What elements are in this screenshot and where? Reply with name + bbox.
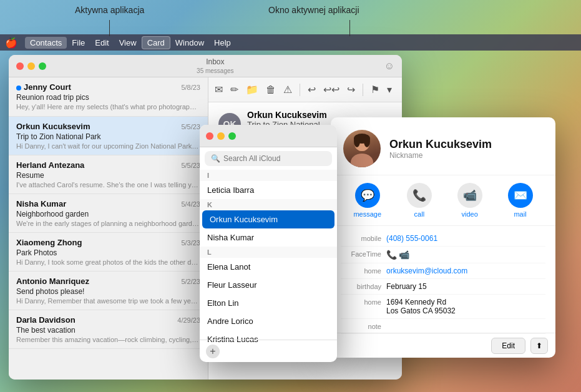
facetime-icons: 📞 📹 bbox=[386, 250, 545, 260]
mail-preview: I've attached Carol's resume. She's the … bbox=[16, 181, 200, 189]
menubar-help[interactable]: Help bbox=[209, 37, 236, 49]
smiley-icon[interactable]: ☺ bbox=[384, 61, 394, 72]
contact-item[interactable]: Leticia Ibarra bbox=[200, 181, 337, 199]
menubar-edit[interactable]: Edit bbox=[90, 37, 114, 49]
forward-icon[interactable]: ↪ bbox=[347, 84, 355, 96]
mail-sender: Herland Antezana bbox=[16, 160, 84, 170]
contact-nickname: Nickname bbox=[389, 151, 492, 160]
mail-item[interactable]: Orkun Kucuksevim 5/5/23 Trip to Zion Nat… bbox=[9, 117, 208, 155]
avatar-svg bbox=[343, 130, 381, 167]
mail-sender: Orkun Kucuksevim bbox=[16, 122, 90, 131]
menubar-card[interactable]: Card bbox=[142, 36, 170, 49]
contact-item[interactable]: Nisha Kumar bbox=[200, 228, 337, 247]
menubar-file[interactable]: File bbox=[67, 37, 90, 49]
toolbar-separator bbox=[300, 84, 300, 96]
svg-point-5 bbox=[364, 135, 370, 147]
mail-date: 5/5/23 bbox=[181, 162, 200, 169]
contacts-search-bar[interactable]: 🔍 bbox=[205, 151, 332, 166]
section-header-i: I bbox=[200, 170, 337, 181]
contacts-search-input[interactable] bbox=[223, 154, 326, 163]
field-address: home 1694 Kennedy RdLos Gatos CA 95032 bbox=[341, 295, 545, 319]
mail-preview: Hey, y'all! Here are my selects (that's … bbox=[16, 103, 200, 111]
menubar-contacts[interactable]: Contacts bbox=[25, 37, 67, 49]
contacts-minimize[interactable] bbox=[217, 132, 225, 140]
mail-date: 5/2/23 bbox=[181, 278, 200, 285]
contacts-maximize[interactable] bbox=[228, 132, 236, 140]
archive-icon[interactable]: 📁 bbox=[246, 84, 258, 96]
mail-sender: Darla Davidson bbox=[16, 315, 76, 325]
flag-icon[interactable]: ⚑ bbox=[371, 84, 379, 96]
call-icon: 📞 bbox=[407, 183, 432, 208]
menubar-view[interactable]: View bbox=[114, 37, 142, 49]
mail-subject: Resume bbox=[16, 171, 200, 180]
mail-item[interactable]: Darla Davidson 4/29/23 The best vacation… bbox=[9, 310, 208, 349]
compose-icon[interactable]: ✏ bbox=[230, 84, 238, 96]
field-value[interactable]: orkuksevim@icloud.com bbox=[386, 267, 545, 275]
contacts-traffic-lights bbox=[206, 132, 236, 140]
contact-item[interactable]: Fleur Lasseur bbox=[200, 276, 337, 294]
contact-actions: 💬 message 📞 call 📹 video ✉️ mail bbox=[331, 175, 555, 226]
mail-sender: Jenny Court bbox=[16, 82, 71, 92]
contact-item-selected[interactable]: Orkun Kucuksevim bbox=[202, 210, 334, 228]
field-label: home bbox=[341, 267, 381, 275]
mail-item[interactable]: Antonio Manriquez 5/2/23 Send photos ple… bbox=[9, 272, 208, 310]
call-action[interactable]: 📞 call bbox=[407, 183, 432, 218]
contact-detail-header: Orkun Kucuksevim Nickname bbox=[331, 117, 555, 175]
junk-icon[interactable]: ⚠ bbox=[283, 84, 292, 96]
mail-item[interactable]: Jenny Court 5/8/23 Reunion road trip pic… bbox=[9, 77, 208, 117]
section-header-k: K bbox=[200, 199, 337, 210]
mail-titlebar: Inbox 35 messages ☺ bbox=[9, 55, 402, 77]
reply-icon[interactable]: ✉ bbox=[215, 84, 223, 96]
mail-item[interactable]: Xiaomeng Zhong 5/3/23 Park Photos Hi Dan… bbox=[9, 233, 208, 272]
mail-action[interactable]: ✉️ mail bbox=[508, 183, 533, 218]
svg-point-4 bbox=[354, 135, 360, 147]
close-button[interactable] bbox=[16, 62, 24, 70]
more-icon[interactable]: ▾ bbox=[387, 84, 392, 96]
contacts-footer: + bbox=[200, 340, 337, 362]
add-contact-button[interactable]: + bbox=[206, 345, 220, 358]
mail-toolbar: ✉ ✏ 📁 🗑 ⚠ ↩ ↩↩ ↪ ⚑ ▾ 🔍 bbox=[208, 77, 402, 102]
mail-sender: Antonio Manriquez bbox=[16, 277, 89, 286]
field-birthday: birthday February 15 bbox=[341, 279, 545, 295]
apple-menu[interactable]: 🍎 bbox=[5, 37, 17, 49]
mail-date: 5/4/23 bbox=[181, 200, 200, 208]
contact-detail-footer: Edit ⬆ bbox=[331, 333, 555, 358]
video-action[interactable]: 📹 video bbox=[457, 183, 482, 218]
contact-item[interactable]: Andre Lorico bbox=[200, 312, 337, 330]
reply-all-icon[interactable]: ↩↩ bbox=[323, 84, 339, 96]
minimize-button[interactable] bbox=[27, 62, 35, 70]
field-value[interactable]: (408) 555-0061 bbox=[386, 234, 545, 243]
contact-fields: mobile (408) 555-0061 FaceTime 📞 📹 home … bbox=[331, 226, 555, 339]
search-icon2: 🔍 bbox=[211, 154, 220, 163]
field-note: note bbox=[341, 319, 545, 334]
edit-button[interactable]: Edit bbox=[491, 338, 525, 354]
mail-preview: We're in the early stages of planning a … bbox=[16, 220, 200, 227]
reply-icon2[interactable]: ↩ bbox=[308, 84, 316, 96]
contact-item[interactable]: Elena Lanot bbox=[200, 258, 337, 276]
mail-item[interactable]: Nisha Kumar 5/4/23 Neighborhood garden W… bbox=[9, 194, 208, 233]
contact-item[interactable]: Elton Lin bbox=[200, 294, 337, 312]
message-label: message bbox=[353, 210, 381, 218]
trash-icon[interactable]: 🗑 bbox=[266, 84, 276, 96]
mail-sidebar: Jenny Court 5/8/23 Reunion road trip pic… bbox=[9, 77, 208, 380]
contact-name: Orkun Kucuksevim bbox=[389, 138, 492, 151]
mail-icon: ✉️ bbox=[508, 183, 533, 208]
mail-subject: The best vacation bbox=[16, 326, 200, 335]
facetime-video-icon[interactable]: 📹 bbox=[399, 250, 409, 260]
field-value: February 15 bbox=[386, 282, 545, 291]
share-button[interactable]: ⬆ bbox=[530, 338, 548, 354]
field-email: home orkuksevim@icloud.com bbox=[341, 263, 545, 279]
field-facetime: FaceTime 📞 📹 bbox=[341, 247, 545, 263]
toolbar-separator2 bbox=[363, 84, 363, 96]
mail-label: mail bbox=[514, 210, 526, 218]
mail-item[interactable]: Herland Antezana 5/5/23 Resume I've atta… bbox=[9, 155, 208, 194]
mail-subject: Trip to Zion National Park bbox=[16, 132, 200, 141]
message-action[interactable]: 💬 message bbox=[353, 183, 381, 218]
contacts-close[interactable] bbox=[206, 132, 213, 140]
active-window-annotation: Okno aktywnej aplikacji bbox=[268, 5, 359, 15]
maximize-button[interactable] bbox=[39, 62, 46, 70]
facetime-phone-icon[interactable]: 📞 bbox=[386, 250, 397, 260]
mail-subject: Reunion road trip pics bbox=[16, 93, 200, 102]
menubar-window[interactable]: Window bbox=[170, 37, 209, 49]
contacts-window: 🔍 I Leticia Ibarra K Orkun Kucuksevim Ni… bbox=[200, 125, 337, 362]
